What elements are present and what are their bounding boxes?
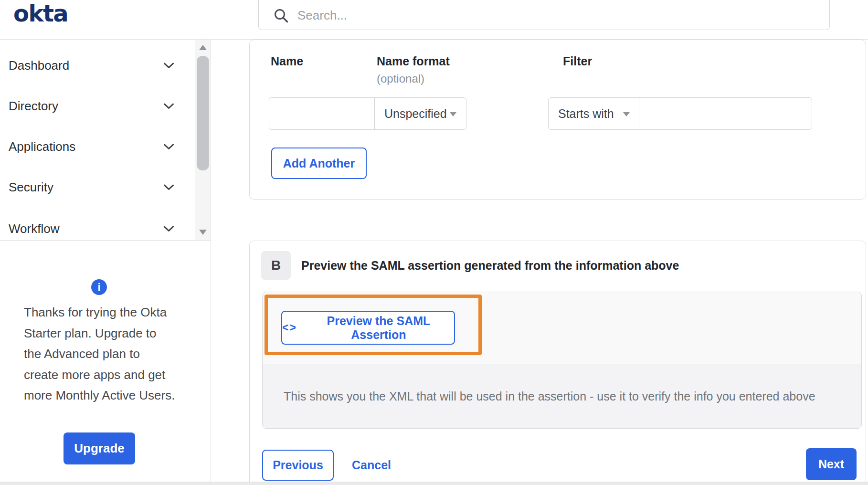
filter-column-label: Filter	[563, 54, 592, 68]
plan-notice-line: more Monthly Active Users.	[24, 385, 186, 406]
code-brackets-icon: <>	[282, 321, 297, 334]
sidebar-item-security[interactable]: Security	[0, 177, 195, 198]
search-input[interactable]	[297, 8, 829, 23]
preview-description-area: This shows you the XML that will be used…	[263, 364, 861, 428]
filter-operator-dropdown[interactable]: Starts with	[548, 97, 640, 130]
preview-saml-assertion-label: Preview the SAML Assertion	[303, 314, 454, 342]
attribute-statements-card: Name Name format (optional) Filter Unspe…	[249, 40, 866, 200]
sidebar-nav: Dashboard Directory Applications Securit…	[0, 40, 211, 240]
scroll-up-arrow-icon[interactable]	[199, 45, 207, 50]
upgrade-button[interactable]: Upgrade	[64, 432, 135, 464]
sidebar-item-label: Applications	[9, 139, 75, 154]
plan-notice-line: Starter plan. Upgrade to	[24, 323, 186, 344]
sidebar-item-directory[interactable]: Directory	[0, 95, 195, 116]
global-search	[258, 0, 830, 30]
name-format-column-label: Name format	[377, 54, 450, 68]
sidebar-item-dashboard[interactable]: Dashboard	[0, 55, 195, 76]
section-b-title: Preview the SAML assertion generated fro…	[301, 259, 679, 273]
sidebar-menu-divider	[0, 240, 211, 241]
plan-notice-line: Thanks for trying the Okta	[24, 302, 186, 323]
dropdown-caret-icon	[623, 112, 630, 116]
chevron-down-icon	[163, 63, 174, 69]
filter-value-input[interactable]	[639, 97, 812, 130]
next-button[interactable]: Next	[806, 448, 857, 480]
name-format-dropdown[interactable]: Unspecified	[374, 97, 466, 130]
previous-button[interactable]: Previous	[262, 450, 334, 481]
okta-admin-page: okta Dashboard Directory Applications Se…	[0, 0, 868, 485]
cancel-button[interactable]: Cancel	[352, 450, 391, 481]
chevron-down-icon	[163, 184, 174, 190]
sidebar-item-applications[interactable]: Applications	[0, 136, 195, 157]
preview-assertion-card: B Preview the SAML assertion generated f…	[249, 241, 866, 485]
plan-notice-line: the Advanced plan to	[24, 344, 186, 365]
chevron-down-icon	[163, 226, 174, 232]
info-icon: i	[91, 279, 107, 295]
add-another-button[interactable]: Add Another	[271, 148, 367, 179]
sidebar-item-label: Directory	[9, 99, 58, 114]
search-icon	[274, 8, 289, 23]
plan-notice: Thanks for trying the Okta Starter plan.…	[24, 302, 186, 406]
chevron-down-icon	[163, 144, 174, 150]
name-format-optional-label: (optional)	[377, 72, 424, 85]
attribute-name-input[interactable]	[269, 97, 375, 130]
scroll-down-arrow-icon[interactable]	[199, 230, 207, 235]
preview-description: This shows you the XML that will be used…	[284, 390, 815, 403]
chevron-down-icon	[163, 103, 174, 109]
viewport-bottom-edge	[0, 482, 868, 485]
dropdown-caret-icon	[450, 112, 456, 116]
sidebar-item-label: Security	[9, 180, 53, 195]
sidebar-divider	[211, 40, 211, 485]
sidebar-item-label: Workflow	[9, 221, 59, 236]
sidebar-item-workflow[interactable]: Workflow	[0, 218, 195, 239]
sidebar-scrollbar[interactable]	[195, 40, 211, 240]
scrollbar-thumb[interactable]	[197, 56, 209, 170]
preview-saml-assertion-button[interactable]: <> Preview the SAML Assertion	[281, 311, 455, 345]
section-b-badge: B	[261, 251, 291, 280]
name-column-label: Name	[271, 54, 303, 68]
name-format-selected-value: Unspecified	[384, 107, 447, 121]
plan-notice-line: create more apps and get	[24, 365, 186, 386]
sidebar-item-label: Dashboard	[9, 58, 69, 73]
filter-operator-selected-value: Starts with	[558, 107, 614, 121]
okta-logo[interactable]: okta	[13, 0, 68, 27]
